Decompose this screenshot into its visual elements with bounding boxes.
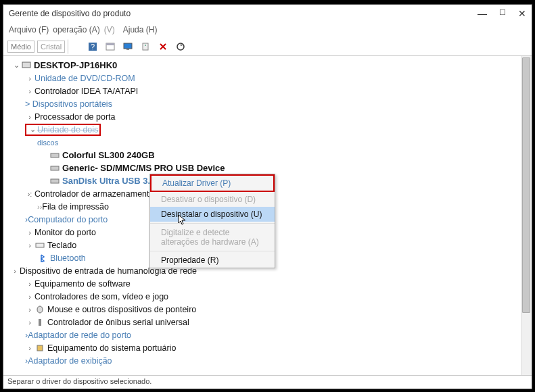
disk-icon [49, 176, 60, 186]
maximize-button[interactable]: ☐ [499, 8, 506, 19]
tree-item-network-adapter[interactable]: › Adaptador de rede do porto [5, 328, 532, 341]
remove-icon[interactable] [156, 39, 170, 54]
svg-rect-13 [36, 243, 44, 247]
tree-item-discos: discos [5, 136, 532, 149]
context-menu: Atualizar Driver (P) Desativar o disposi… [149, 174, 275, 268]
window-title: Gerente de dispositivo do produto [9, 9, 478, 18]
chevron-right-icon[interactable]: › [25, 241, 34, 249]
svg-point-7 [145, 45, 146, 46]
svg-text:?: ? [91, 43, 95, 51]
help-icon[interactable]: ? [85, 39, 100, 54]
chevron-right-icon[interactable]: › [25, 293, 34, 301]
svg-rect-16 [37, 345, 43, 351]
device-icon[interactable] [138, 39, 153, 54]
calendar-icon[interactable] [103, 39, 118, 54]
menu-scan-hardware[interactable]: Digitalize e detecte alterações de hardw… [150, 225, 275, 249]
menu-uninstall-device[interactable]: Desinstalar o dispositivo (U) [150, 207, 275, 222]
chevron-down-icon[interactable]: ⌄ [11, 61, 21, 70]
chevron-down-icon[interactable]: ⌄ [28, 125, 37, 134]
menu-help[interactable]: Ajuda (H) [123, 25, 158, 34]
menu-separator [150, 251, 275, 251]
menu-properties[interactable]: Propriedade (R) [150, 253, 275, 268]
svg-rect-11 [51, 166, 59, 170]
menu-file[interactable]: Arquivo (F) [9, 25, 49, 34]
chevron-right-icon[interactable]: › [25, 113, 34, 121]
chevron-right-icon[interactable]: › [25, 305, 34, 314]
menu-view[interactable]: (V) [104, 25, 115, 34]
chevron-right-icon[interactable]: › [25, 318, 34, 326]
refresh-icon[interactable] [173, 39, 188, 54]
tree-item-portuario[interactable]: › Equipamento do sistema portuário [5, 341, 532, 354]
minimize-button[interactable]: — [478, 8, 487, 19]
tree-item-usb[interactable]: › Controlador de ônibus serial universal [5, 316, 532, 328]
chevron-right-icon[interactable]: ›: [25, 190, 34, 198]
svg-rect-12 [51, 179, 59, 183]
svg-rect-10 [51, 153, 59, 157]
chevron-right-icon[interactable]: › [10, 267, 20, 275]
chevron-right-icon[interactable]: › [25, 228, 34, 237]
chevron-right-icon[interactable]: › [25, 74, 34, 82]
tree-item-portateis[interactable]: > Dispositivos portáteis [5, 97, 532, 110]
tree-item-software[interactable]: › Equipamento de software [5, 277, 532, 290]
disk-icon [49, 164, 60, 173]
svg-rect-15 [39, 319, 41, 326]
toolbar-medio[interactable]: Médio [7, 41, 34, 53]
svg-rect-4 [124, 43, 132, 49]
device-manager-window: Gerente de dispositivo do produto — ☐ ✕ … [3, 4, 532, 389]
tree-item-colorful[interactable]: Colorful SL300 240GB [5, 149, 532, 162]
menubar: Arquivo (F) operação (A) (V) Ajuda (H) [3, 22, 532, 37]
tree-item-generic[interactable]: Generic- SD/MMC/MS PRO USB Device [5, 162, 532, 174]
chevron-right-icon[interactable]: › [25, 344, 34, 352]
svg-rect-5 [126, 49, 129, 50]
svg-rect-3 [106, 43, 114, 45]
svg-rect-9 [22, 62, 30, 68]
keyboard-icon [34, 241, 45, 250]
mouse-icon [34, 305, 45, 314]
tree-item-disks-expanded[interactable]: ⌄ Unidade de dois [5, 123, 532, 136]
tree-item-porta[interactable]: › Processador de porta [5, 110, 532, 123]
toolbar-sep [68, 39, 83, 54]
disk-icon [49, 151, 60, 160]
menu-disable-device[interactable]: Desativar o dispositivo (D) [150, 192, 275, 207]
tree-item-dvd[interactable]: › Unidade de DVD/CD-ROM [5, 72, 532, 84]
menu-update-driver[interactable]: Atualizar Driver (P) [150, 174, 275, 192]
chevron-right-icon[interactable]: › [25, 280, 34, 288]
titlebar: Gerente de dispositivo do produto — ☐ ✕ [3, 5, 532, 22]
vertical-scrollbar[interactable] [521, 56, 532, 375]
toolbar-cristal[interactable]: Cristal [37, 41, 65, 53]
bluetooth-icon [37, 253, 48, 263]
scrollbar-thumb[interactable] [522, 57, 530, 313]
root-label: DESKTOP-JP16HK0 [34, 60, 117, 70]
menu-action[interactable]: operação (A) [53, 25, 99, 34]
statusbar: Separar o driver do dispositivo selecion… [3, 375, 532, 389]
close-button[interactable]: ✕ [518, 8, 526, 19]
chevron-right-icon[interactable]: › [25, 87, 34, 95]
svg-rect-6 [143, 43, 148, 50]
svg-point-14 [37, 306, 43, 313]
device-icon [34, 343, 45, 353]
toolbar: Médio Cristal ? [3, 37, 532, 56]
device-tree[interactable]: ⌄ DESKTOP-JP16HK0 › Unidade de DVD/CD-RO… [3, 56, 532, 375]
tree-item-ide[interactable]: › Controlador IDEA TA/ATAPI [5, 84, 532, 97]
tree-item-display[interactable]: › Adaptador de exibição [5, 354, 532, 367]
status-text: Separar o driver do dispositivo selecion… [7, 377, 152, 385]
usb-icon [34, 318, 45, 327]
window-controls: — ☐ ✕ [478, 8, 526, 19]
tree-root[interactable]: ⌄ DESKTOP-JP16HK0 [5, 59, 532, 72]
tree-item-sound[interactable]: › Controladores de som, vídeo e jogo [5, 290, 532, 303]
monitor-icon[interactable] [120, 39, 135, 54]
menu-separator [150, 223, 275, 224]
computer-icon [21, 61, 32, 70]
tree-item-mouse[interactable]: › Mouse e outros dispositivos de ponteir… [5, 303, 532, 316]
